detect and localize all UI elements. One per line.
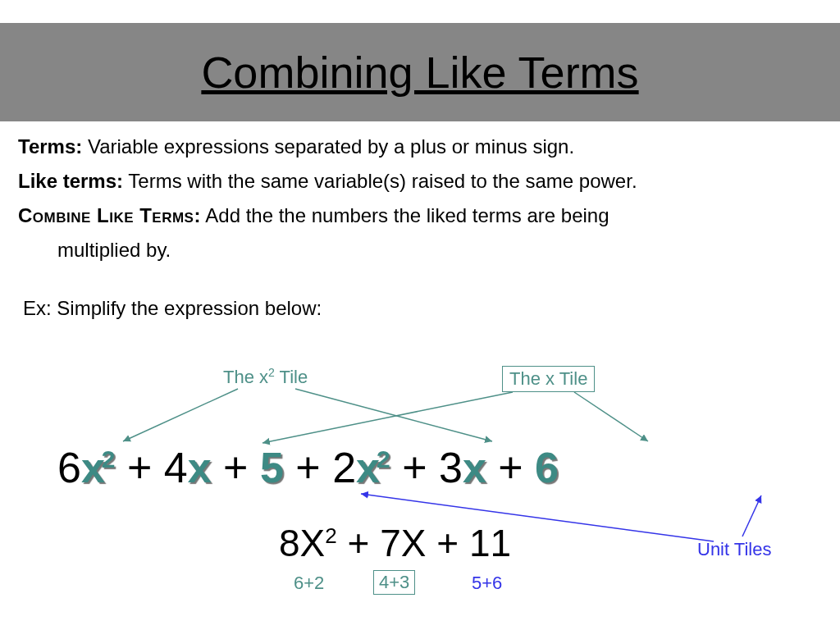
sum-x2: 6+2 [294,573,324,594]
result-b: 7 [380,522,401,564]
def-like-label: Like terms: [18,170,123,192]
title-bar: Combining Like Terms [0,23,840,121]
plus-3: + [295,444,332,491]
def-combine-text-b: multiplied by. [57,239,171,261]
def-terms-text: Variable expressions separated by a plus… [82,135,574,158]
result-plus1: + [337,522,380,564]
term1-coef: 6 [57,444,81,491]
term2-coef: 4 [164,444,188,491]
def-combine-text-a: Add the the numbers the liked terms are … [201,204,609,226]
annot-unit-tiles: Unit Tiles [697,539,771,560]
annot-x2-tile: The x2 Tile [223,366,308,388]
def-like-text: Terms with the same variable(s) raised t… [123,170,637,192]
term6-const: 6 [535,444,559,491]
result-xb: X [401,522,427,564]
plus-4: + [402,444,439,491]
expression: 6x2 + 4x + 5 + 2x2 + 3x + 6 [57,443,824,492]
result-c: 11 [469,522,511,564]
plus-5: + [498,444,535,491]
term3-const: 5 [260,444,284,491]
svg-line-3 [574,392,648,441]
def-terms-label: Terms: [18,135,82,158]
term5-var: x [463,444,486,491]
result-ea: 2 [325,523,336,548]
term1-exp: 2 [102,445,116,472]
slide-title: Combining Like Terms [201,47,638,98]
annot-x2-tile-after: Tile [275,367,308,387]
term4-exp: 2 [377,445,390,472]
svg-line-2 [262,392,513,443]
definitions: Terms: Variable expressions separated by… [0,121,840,262]
annot-x-tile: The x Tile [502,366,595,392]
def-combine: Combine Like Terms: Add the the numbers … [18,203,822,228]
def-terms: Terms: Variable expressions separated by… [18,135,822,159]
sum-const: 5+6 [472,573,502,594]
svg-line-0 [123,389,238,441]
result-expression: 8X2 + 7X + 11 [279,521,511,565]
plus-1: + [127,444,164,491]
plus-2: + [223,444,260,491]
def-like-terms: Like terms: Terms with the same variable… [18,169,822,194]
def-combine-label: Combine Like Terms: [18,204,201,226]
example-prompt: Ex: Simplify the expression below: [0,272,840,320]
annot-x2-tile-text: The x [223,367,268,387]
sum-x: 4+3 [373,570,415,595]
svg-line-1 [295,389,492,441]
def-combine-cont: multiplied by. [18,238,822,262]
term4-coef: 2 [332,444,356,491]
result-a: 8 [279,522,300,564]
result-plus2: + [426,522,468,564]
term5-coef: 3 [439,444,463,491]
svg-line-5 [742,495,761,536]
annot-x2-tile-sup: 2 [268,366,275,379]
result-xa: X [300,522,326,564]
term2-var: x [188,444,212,491]
